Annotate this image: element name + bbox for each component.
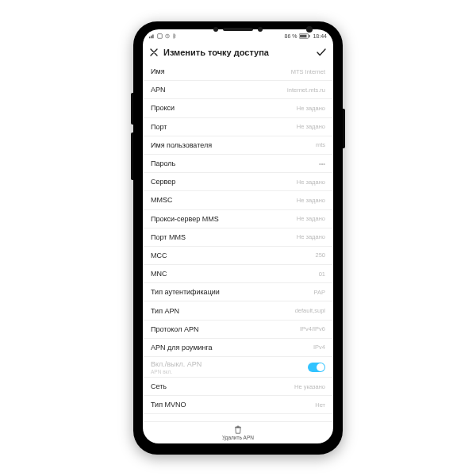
row-value: Не задано [297, 105, 325, 112]
row-label: Тип APN [151, 307, 179, 315]
signal-icon [149, 33, 155, 39]
settings-row[interactable]: Порт MMSНе задано [143, 228, 333, 247]
row-label: Имя пользователя [151, 141, 212, 149]
title-bar: Изменить точку доступа [143, 42, 333, 63]
settings-row[interactable]: APNinternet.mts.ru [143, 81, 333, 99]
settings-list: ИмяMTS InternetAPNinternet.mts.ruПроксиН… [143, 63, 333, 421]
alarm-icon [165, 33, 170, 39]
row-label: MNC [151, 270, 167, 278]
hw-top-cluster [133, 25, 343, 33]
svg-rect-3 [301, 34, 307, 37]
settings-row[interactable]: Тип MVNOНет [143, 396, 333, 414]
row-value: IPv4 [313, 344, 325, 351]
row-label: Порт [151, 123, 167, 131]
settings-row[interactable]: СерверНе задано [143, 173, 333, 191]
battery-icon [299, 33, 310, 39]
row-label: APN для роуминга [151, 344, 212, 351]
row-value: ••• [319, 160, 325, 167]
clock: 18:44 [313, 33, 327, 39]
row-label: Прокси [151, 104, 175, 112]
settings-row[interactable]: Имя пользователяmts [143, 136, 333, 155]
row-value: MTS Internet [291, 68, 325, 75]
hw-volume-up [131, 93, 133, 125]
hw-power [343, 109, 345, 148]
settings-row[interactable]: ПроксиНе задано [143, 99, 333, 117]
row-label: Прокси-сервер MMS [151, 215, 219, 223]
row-label: Сеть [151, 382, 167, 390]
settings-row[interactable]: ИмяMTS Internet [143, 63, 333, 81]
row-value: 250 [315, 251, 325, 259]
row-value: Не задано [297, 178, 325, 186]
close-icon[interactable] [149, 48, 159, 57]
row-value: Не задано [297, 123, 325, 130]
bluetooth-icon [172, 33, 176, 39]
row-value: PAP [314, 289, 325, 296]
row-value: Не задано [297, 197, 325, 204]
row-label: Пароль [151, 159, 175, 167]
row-label: Порт MMS [151, 233, 186, 241]
row-label: Сервер [151, 178, 175, 186]
row-label: Протокол APN [151, 325, 198, 333]
row-label: MCC [151, 251, 167, 259]
row-label: Тип аутентификации [151, 288, 220, 296]
svg-rect-4 [309, 35, 310, 37]
settings-row[interactable]: MMSCНе задано [143, 191, 333, 209]
settings-row[interactable]: MNC01 [143, 265, 333, 283]
settings-row-disabled: Значение MVNO [143, 414, 333, 421]
hw-volume-down [131, 132, 133, 180]
row-value: default,supl [295, 307, 325, 314]
delete-apn-label: Удалить APN [222, 435, 254, 440]
page-title: Изменить точку доступа [163, 48, 311, 57]
settings-row[interactable]: ПортНе задано [143, 118, 333, 136]
settings-row[interactable]: СетьНе указано [143, 378, 333, 396]
svg-rect-0 [158, 33, 163, 38]
row-label: MMSC [151, 196, 173, 204]
row-value: 01 [319, 271, 325, 278]
row-value: Не задано [297, 215, 325, 222]
settings-row[interactable]: MCC250 [143, 247, 333, 265]
battery-pct: 86 % [285, 33, 298, 39]
apn-enable-toggle[interactable] [308, 363, 325, 372]
apn-enable-row[interactable]: Вкл./выкл. APNAPN вкл. [143, 357, 333, 378]
trash-icon [234, 425, 242, 434]
settings-row[interactable]: APN для роумингаIPv4 [143, 339, 333, 357]
row-value: Не указано [294, 383, 325, 390]
settings-row[interactable]: Прокси-сервер MMSНе задано [143, 210, 333, 228]
row-value: Не задано [297, 233, 325, 240]
screen: 86 % 18:44 Изменить точку доступа ИмяMTS… [143, 29, 333, 443]
row-value: IPv4/IPv6 [300, 325, 325, 332]
phone-frame: 86 % 18:44 Изменить точку доступа ИмяMTS… [133, 21, 343, 455]
settings-row[interactable]: Тип APNdefault,supl [143, 301, 333, 320]
row-value: mts [316, 141, 325, 148]
row-label: Вкл./выкл. APN [151, 360, 202, 368]
delete-apn-button[interactable]: Удалить APN [143, 421, 333, 443]
settings-row[interactable]: Тип аутентификацииPAP [143, 283, 333, 301]
confirm-icon[interactable] [316, 48, 327, 57]
row-sublabel: APN вкл. [151, 369, 202, 374]
row-value: Нет [315, 401, 325, 409]
row-label: Имя [151, 67, 165, 75]
row-label: APN [151, 86, 166, 94]
row-label: Тип MVNO [151, 401, 186, 409]
nfc-icon [157, 33, 163, 39]
settings-row[interactable]: Пароль••• [143, 155, 333, 173]
settings-row[interactable]: Протокол APNIPv4/IPv6 [143, 321, 333, 339]
row-value: internet.mts.ru [287, 86, 325, 94]
